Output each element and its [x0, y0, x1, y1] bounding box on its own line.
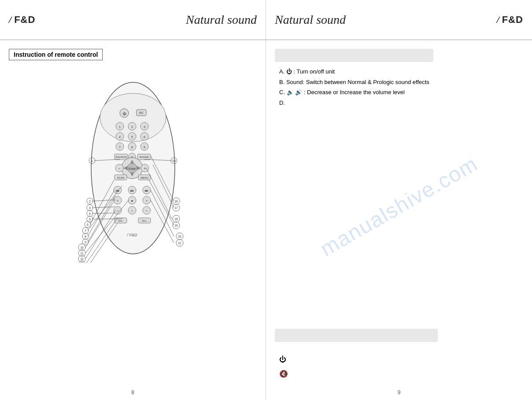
svg-text:RC: RC — [139, 111, 143, 114]
svg-text:15: 15 — [172, 159, 176, 162]
svg-text:19: 19 — [174, 224, 178, 227]
svg-text:6: 6 — [87, 223, 89, 226]
svg-text:9: 9 — [85, 241, 86, 244]
svg-text:8: 8 — [85, 235, 86, 238]
natural-sound-right: Natural sound — [275, 13, 346, 27]
svg-text:/ F&D: / F&D — [126, 233, 137, 237]
watermark: manualshive.com — [316, 151, 482, 261]
svg-text:⏭: ⏭ — [145, 189, 148, 193]
svg-text:3: 3 — [89, 206, 91, 209]
svg-text:⏭: ⏭ — [130, 189, 134, 193]
svg-text:⏻: ⏻ — [122, 112, 126, 116]
left-page-number: 8 — [0, 389, 266, 396]
remote-svg: ⏻ RC 1 2 3 4 5 6 7 8 — [67, 73, 199, 263]
svg-text:⏮: ⏮ — [116, 189, 119, 193]
svg-text:−: − — [118, 166, 120, 171]
right-logo-slash-icon: / — [497, 14, 499, 26]
svg-text:2: 2 — [131, 125, 133, 128]
svg-text:SOUND: SOUND — [139, 156, 149, 158]
svg-text:7: 7 — [119, 146, 121, 149]
svg-text:SCAN: SCAN — [117, 176, 124, 179]
svg-text:21: 21 — [178, 242, 181, 245]
svg-text:16: 16 — [174, 200, 178, 203]
svg-text:Enter: Enter — [128, 167, 136, 170]
svg-text:3: 3 — [144, 125, 145, 128]
svg-text:−: − — [145, 209, 148, 213]
svg-text:SA−: SA− — [118, 220, 123, 222]
logo-slash-icon: / — [9, 14, 11, 26]
svg-text:●: ● — [131, 199, 133, 203]
svg-text:6: 6 — [144, 136, 145, 139]
instruction-c: C. 🔈 🔊 : Decrease or Increase the volume… — [279, 88, 523, 97]
svg-text:SOURCE: SOURCE — [115, 156, 127, 158]
svg-text:+: + — [144, 166, 146, 171]
svg-text:1: 1 — [91, 159, 93, 162]
svg-text:2: 2 — [89, 200, 91, 203]
power-icon: ⏻ — [279, 356, 286, 363]
svg-text:4: 4 — [89, 212, 91, 215]
right-logo-area: / F&D — [497, 14, 523, 26]
svg-text:17: 17 — [174, 206, 178, 209]
right-logo-text: F&D — [502, 14, 523, 26]
svg-text:+: + — [116, 199, 118, 203]
svg-text:−: − — [131, 209, 133, 213]
svg-text:20: 20 — [178, 235, 181, 238]
left-header: / F&D Natural sound — [0, 0, 266, 40]
svg-text:9: 9 — [144, 146, 145, 149]
svg-text:11: 11 — [80, 252, 84, 255]
left-logo-area: / F&D — [9, 14, 35, 26]
section-title: Instruction of remote control — [9, 49, 103, 60]
instructions-list: A. ⏻ : Turn on/off unit B. Sound: Switch… — [279, 67, 523, 107]
instruction-d: D. — [279, 99, 523, 107]
svg-text:12: 12 — [80, 257, 84, 261]
right-header: Natural sound / F&D — [266, 0, 532, 40]
svg-text:10: 10 — [80, 246, 84, 249]
svg-text:−: − — [116, 209, 118, 213]
svg-text:8: 8 — [131, 146, 133, 149]
bottom-icons-area: ⏻ 🔇 — [279, 356, 288, 378]
svg-text:5: 5 — [131, 136, 133, 139]
svg-text:SV+: SV+ — [142, 220, 147, 222]
svg-text:+: + — [145, 199, 148, 203]
svg-text:MENU: MENU — [140, 176, 148, 179]
mute-icon: 🔇 — [279, 370, 288, 378]
top-section-box — [275, 49, 433, 62]
svg-text:1: 1 — [119, 125, 121, 128]
left-page: / F&D Natural sound Instruction of remot… — [0, 0, 266, 400]
bottom-section-box — [275, 329, 438, 342]
svg-text:5: 5 — [89, 218, 91, 221]
logo-text-left: F&D — [14, 14, 35, 26]
instruction-b: B. Sound: Switch between Normal & Prolog… — [279, 78, 523, 87]
instruction-a: A. ⏻ : Turn on/off unit — [279, 67, 523, 76]
right-page: Natural sound / F&D A. ⏻ : Turn on/off u… — [266, 0, 532, 400]
right-page-number: 9 — [266, 389, 532, 396]
svg-text:18: 18 — [174, 217, 178, 220]
natural-sound-left: Natural sound — [186, 13, 257, 27]
left-content: Instruction of remote control ⏻ RC 1 2 — [0, 40, 266, 387]
svg-text:4: 4 — [119, 136, 121, 139]
remote-container: ⏻ RC 1 2 3 4 5 6 7 8 — [9, 73, 257, 263]
svg-text:7: 7 — [85, 229, 86, 232]
